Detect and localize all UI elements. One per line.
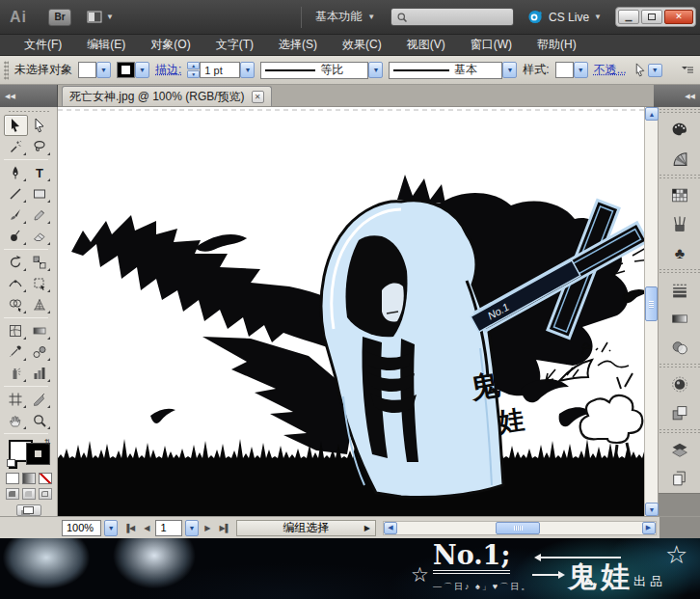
zoom-tool[interactable] — [28, 410, 52, 431]
vertical-scrollbar[interactable]: ▲ ▼ — [644, 107, 658, 516]
document-tab[interactable]: 死亡女神.jpg @ 100% (RGB/预览) ✕ — [62, 86, 272, 106]
swap-fill-stroke-icon[interactable]: ⇅ — [44, 438, 51, 447]
artboards-panel-button[interactable] — [663, 466, 696, 491]
next-artboard-button[interactable]: ▶ — [202, 524, 213, 532]
stroke-swatch[interactable] — [117, 62, 135, 78]
blob-brush-tool[interactable] — [4, 226, 28, 247]
gradient-tool[interactable] — [28, 320, 52, 341]
symbol-sprayer-tool[interactable] — [4, 363, 28, 384]
none-button[interactable] — [39, 473, 52, 484]
select-similar-dropdown[interactable]: ▼ — [633, 63, 662, 77]
slice-tool[interactable] — [28, 389, 52, 410]
dock-group-grip[interactable] — [659, 108, 700, 113]
lasso-tool[interactable] — [28, 136, 52, 157]
color-guide-panel-button[interactable] — [663, 146, 696, 171]
width-tool[interactable] — [4, 273, 28, 294]
brush-definition-dropdown[interactable]: 基本 ▼ — [389, 62, 517, 79]
menu-select[interactable]: 选择(S) — [266, 35, 330, 55]
horizontal-scroll-thumb[interactable] — [496, 522, 540, 534]
draw-inside-button[interactable] — [39, 488, 52, 500]
fill-color-picker[interactable]: ▼ — [78, 62, 111, 78]
screen-mode-button[interactable] — [16, 504, 41, 516]
symbols-panel-button[interactable]: ♣ — [663, 240, 696, 265]
scale-tool[interactable] — [28, 252, 52, 273]
shape-builder-tool[interactable] — [4, 294, 28, 315]
scroll-down-button[interactable]: ▼ — [645, 503, 659, 516]
direct-selection-tool[interactable] — [28, 115, 52, 136]
color-button[interactable] — [6, 473, 19, 484]
menu-type[interactable]: 文字(T) — [203, 35, 266, 55]
menu-window[interactable]: 窗口(W) — [458, 35, 525, 55]
scroll-left-button[interactable]: ◀ — [384, 522, 397, 534]
status-display-button[interactable]: 编组选择 ▶ — [236, 520, 376, 536]
toolbar-collapse-button[interactable]: ◀◀ — [0, 85, 58, 107]
type-tool[interactable]: T — [28, 162, 52, 183]
menu-object[interactable]: 对象(O) — [138, 35, 202, 55]
perspective-grid-tool[interactable] — [28, 294, 52, 315]
paintbrush-tool[interactable] — [4, 204, 28, 226]
stroke-width-stepper[interactable]: ▲▼ — [187, 62, 200, 78]
hand-tool[interactable] — [4, 410, 28, 431]
step-down-icon[interactable]: ▼ — [187, 70, 200, 78]
close-button[interactable]: ✕ — [664, 10, 693, 24]
brushes-panel-button[interactable] — [663, 211, 696, 236]
draw-behind-button[interactable] — [22, 488, 36, 500]
column-graph-tool[interactable] — [28, 363, 52, 384]
dock-group-grip[interactable] — [659, 268, 700, 273]
rotate-tool[interactable] — [4, 252, 28, 273]
magic-wand-tool[interactable] — [4, 136, 28, 157]
vertical-scroll-thumb[interactable] — [645, 286, 658, 321]
scroll-right-button[interactable]: ▶ — [642, 522, 656, 534]
artboard-number-field[interactable]: 1 — [155, 520, 181, 536]
maximize-button[interactable] — [641, 10, 662, 24]
bridge-button[interactable]: Br — [48, 9, 71, 26]
artboard-dropdown-button[interactable]: ▼ — [185, 520, 200, 536]
gradient-button[interactable] — [22, 473, 36, 484]
transparency-panel-button[interactable] — [663, 335, 696, 360]
stroke-panel-button[interactable] — [663, 277, 696, 302]
toolbar-grip[interactable] — [8, 110, 50, 113]
stroke-width-field[interactable]: ▲▼ 1 pt ▼ — [187, 62, 255, 78]
selection-tool[interactable] — [4, 115, 28, 136]
dock-collapse-button[interactable]: ◀◀ — [654, 85, 700, 107]
blend-tool[interactable] — [28, 341, 52, 363]
control-panel-menu-button[interactable] — [681, 65, 696, 76]
pen-tool[interactable] — [4, 162, 28, 183]
swatches-panel-button[interactable] — [663, 182, 696, 207]
zoom-level-field[interactable]: 100% — [62, 520, 101, 536]
stroke-panel-link[interactable]: 描边: — [155, 62, 181, 78]
graphic-styles-panel-button[interactable] — [663, 400, 696, 425]
menu-edit[interactable]: 编辑(E) — [74, 35, 138, 55]
stroke-color-picker[interactable]: ▼ — [117, 62, 149, 78]
panel-grip[interactable] — [4, 61, 9, 80]
width-profile-dropdown[interactable]: 等比 ▼ — [260, 62, 383, 79]
last-artboard-button[interactable]: ▶▌ — [216, 524, 233, 532]
appearance-panel-button[interactable] — [663, 371, 696, 396]
tab-close-button[interactable]: ✕ — [252, 91, 264, 103]
arrange-documents-button[interactable]: ▼ — [87, 11, 114, 23]
first-artboard-button[interactable]: ▐◀ — [121, 524, 138, 532]
mesh-tool[interactable] — [4, 320, 28, 341]
free-transform-tool[interactable] — [28, 273, 52, 294]
step-up-icon[interactable]: ▲ — [187, 62, 200, 69]
search-input[interactable] — [390, 8, 514, 26]
menu-effect[interactable]: 效果(C) — [330, 35, 394, 55]
layers-panel-button[interactable] — [663, 437, 696, 462]
line-segment-tool[interactable] — [4, 183, 28, 204]
gradient-panel-panel-button[interactable] — [663, 306, 696, 331]
eraser-tool[interactable] — [28, 226, 52, 247]
dock-group-grip[interactable] — [659, 428, 700, 433]
scroll-up-button[interactable]: ▲ — [645, 107, 659, 121]
draw-normal-button[interactable] — [6, 488, 19, 500]
fill-stroke-widget[interactable]: ⇅ — [7, 438, 51, 469]
color-panel-button[interactable] — [663, 117, 696, 142]
cs-live-button[interactable]: CS Live ▼ — [527, 9, 602, 25]
fill-swatch[interactable] — [78, 62, 96, 78]
stroke-width-value[interactable]: 1 pt — [200, 62, 240, 78]
menu-file[interactable]: 文件(F) — [12, 35, 74, 55]
rectangle-tool[interactable] — [28, 183, 52, 204]
default-fill-stroke-icon[interactable] — [7, 459, 15, 467]
menu-view[interactable]: 视图(V) — [394, 35, 458, 55]
opacity-link[interactable]: 不透... — [594, 62, 627, 78]
canvas[interactable]: No.1 鬼 娃 — [58, 107, 644, 516]
